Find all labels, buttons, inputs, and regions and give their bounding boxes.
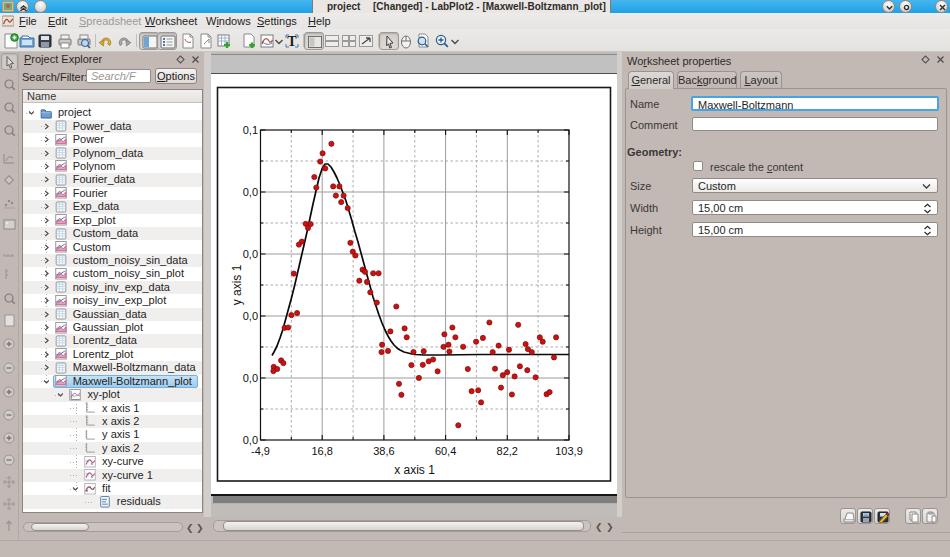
svg-text:-4,9: -4,9 [251, 445, 270, 457]
svg-text:0,0: 0,0 [243, 434, 258, 446]
svg-text:0,0: 0,0 [243, 186, 258, 198]
svg-text:0,0: 0,0 [243, 248, 258, 260]
svg-text:16,8: 16,8 [311, 445, 332, 457]
svg-text:y axis 1: y axis 1 [230, 264, 244, 305]
svg-text:38,6: 38,6 [373, 445, 394, 457]
svg-text:0,0: 0,0 [243, 372, 258, 384]
svg-text:103,9: 103,9 [555, 445, 583, 457]
svg-text:82,2: 82,2 [497, 445, 518, 457]
svg-text:x axis 1: x axis 1 [394, 463, 435, 477]
svg-text:60,4: 60,4 [435, 445, 456, 457]
svg-text:0,0: 0,0 [243, 310, 258, 322]
svg-text:0,1: 0,1 [243, 124, 258, 136]
